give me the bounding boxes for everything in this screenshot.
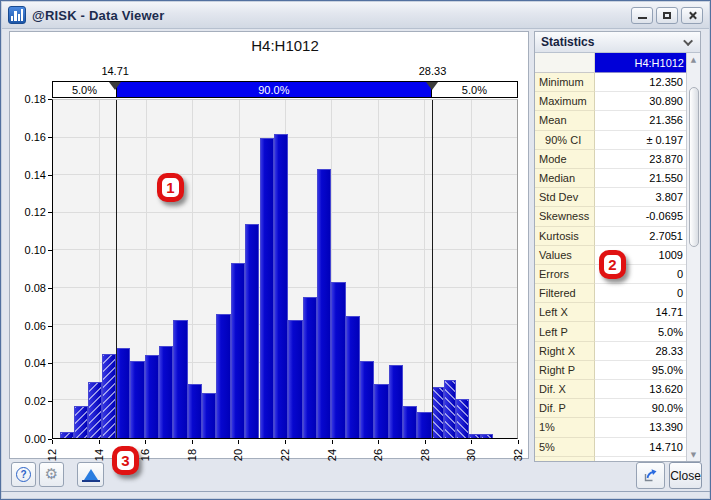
statistics-dropdown[interactable]: Statistics	[535, 32, 700, 53]
stats-row: Mean21.356	[535, 111, 688, 130]
callout-badge-2: 2	[599, 250, 626, 279]
stat-value: 90.0%	[595, 399, 688, 418]
delimiter-handle-icon[interactable]	[109, 82, 121, 90]
histogram-bar	[102, 354, 116, 439]
minimize-button[interactable]	[631, 7, 653, 24]
histogram-bar	[188, 384, 202, 438]
delimiter-handle-icon[interactable]	[426, 82, 438, 90]
y-tick-label: 0.12	[25, 206, 46, 218]
stat-label: Left P	[535, 322, 595, 341]
histogram-bar	[432, 387, 444, 438]
histogram-bar	[274, 134, 288, 438]
stat-value: 0	[595, 284, 688, 303]
stat-label: Values	[535, 246, 595, 265]
histogram-bar	[74, 406, 88, 438]
callout-badge-1: 1	[157, 173, 184, 202]
histogram-bar	[360, 361, 374, 438]
callout-badge-3: 3	[112, 446, 139, 475]
stat-label: Errors	[535, 265, 595, 284]
stat-value: 2.7051	[595, 227, 688, 246]
maximize-button[interactable]	[656, 7, 678, 24]
x-tick-label: 18	[186, 449, 198, 461]
stats-row: Maximum30.890	[535, 92, 688, 111]
x-tick-label: 32	[512, 449, 524, 461]
stat-label: Kurtosis	[535, 227, 595, 246]
stats-row: Median21.550	[535, 169, 688, 188]
stat-value: 12.350	[595, 73, 688, 92]
help-icon: ?	[16, 467, 31, 482]
x-tick-label: 24	[326, 449, 338, 461]
y-tick-label: 0.02	[25, 395, 46, 407]
probability-band: 90.0%	[116, 82, 432, 97]
histogram-bar	[303, 297, 317, 438]
histogram-bar	[403, 406, 417, 438]
distribution-chart-button[interactable]	[77, 462, 104, 487]
x-tick-label: 30	[465, 449, 477, 461]
y-axis-labels: 0.000.020.040.060.080.100.120.140.160.18	[10, 99, 48, 439]
histogram-bar	[216, 314, 230, 438]
export-button[interactable]	[636, 462, 665, 489]
x-tick-label: 20	[232, 449, 244, 461]
histogram-bar	[456, 399, 468, 438]
probability-band-bar: 5.0%90.0%5.0%	[52, 81, 518, 98]
histogram-bar	[130, 361, 144, 438]
statistics-dropdown-label: Statistics	[541, 35, 594, 49]
histogram-bar	[288, 320, 302, 438]
chart-panel: H4:H1012 5.0%90.0%5.0% 14.7128.33 0.000.…	[9, 31, 529, 459]
y-tick-label: 0.04	[25, 357, 46, 369]
stats-row: Right P95.0%	[535, 361, 688, 380]
stats-row: Std Dev3.807	[535, 188, 688, 207]
histogram-bar	[331, 282, 345, 438]
stats-corner-cell	[535, 53, 595, 73]
histogram-bar	[469, 434, 481, 438]
help-button[interactable]: ?	[11, 462, 36, 487]
stat-label: Dif. P	[535, 399, 595, 418]
scroll-up-icon[interactable]: ▲	[687, 53, 700, 66]
stats-row: Left X14.71	[535, 303, 688, 322]
delimiter-line[interactable]	[432, 100, 433, 438]
chevron-down-icon	[683, 36, 693, 46]
settings-button[interactable]: ⚙...	[39, 462, 64, 487]
histogram-bar	[145, 355, 159, 438]
stat-label: 10%	[535, 457, 595, 461]
app-histogram-icon	[8, 6, 26, 24]
delimiter-value-label: 28.33	[419, 65, 447, 77]
stat-value: 16.030	[595, 457, 688, 461]
y-tick-label: 0.00	[25, 433, 46, 445]
y-tick-label: 0.18	[25, 93, 46, 105]
scrollbar-thumb[interactable]	[689, 87, 699, 247]
window-bottom-edge	[1, 491, 710, 492]
histogram-bar	[260, 138, 274, 438]
stat-label: Mean	[535, 111, 595, 130]
stats-row: Filtered0	[535, 284, 688, 303]
stat-value: 14.710	[595, 438, 688, 457]
stat-value: 5.0%	[595, 322, 688, 341]
stats-row: Kurtosis2.7051	[535, 227, 688, 246]
y-tick-label: 0.10	[25, 244, 46, 256]
y-tick-label: 0.16	[25, 131, 46, 143]
stats-row: Dif. P90.0%	[535, 399, 688, 418]
distribution-icon	[82, 468, 100, 482]
stats-scrollbar[interactable]: ▲ ▼	[686, 53, 700, 461]
stat-value: ± 0.197	[595, 131, 688, 150]
stat-label: Std Dev	[535, 188, 595, 207]
stat-label: Right X	[535, 342, 595, 361]
stats-column-header: H4:H1012	[595, 53, 688, 73]
stats-row: Mode23.870	[535, 150, 688, 169]
close-window-button[interactable]	[681, 7, 703, 24]
close-button[interactable]: Close	[669, 462, 702, 489]
histogram-bar	[317, 169, 331, 438]
gear-icon: ⚙...	[45, 467, 58, 482]
window-title: @RISK - Data Viewer	[32, 8, 165, 23]
stat-label: Maximum	[535, 92, 595, 111]
y-tick-label: 0.14	[25, 169, 46, 181]
stat-label: Mode	[535, 150, 595, 169]
histogram-bar	[159, 346, 173, 438]
histogram-bar	[346, 316, 360, 438]
stat-label: 90% CI	[535, 131, 595, 150]
histogram-bar	[245, 224, 259, 438]
gridline	[471, 100, 472, 438]
chart-title: H4:H1012	[52, 37, 518, 54]
scroll-down-icon[interactable]: ▼	[687, 448, 700, 461]
delimiter-line[interactable]	[116, 100, 117, 438]
